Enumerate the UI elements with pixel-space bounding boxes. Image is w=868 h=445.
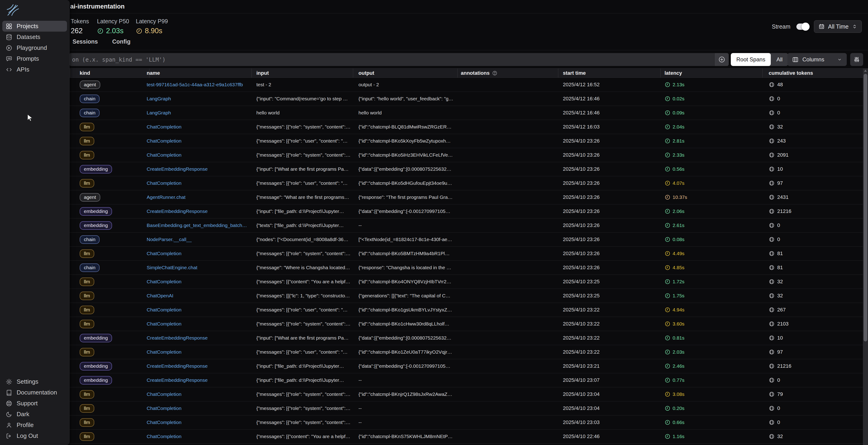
span-name-link[interactable]: BaseEmbedding.get_text_embedding_batch… (147, 222, 247, 228)
span-name-link[interactable]: CreateEmbeddingResponse (147, 363, 208, 369)
tab-config[interactable]: Config (112, 38, 130, 45)
table-row[interactable]: embeddingCreateEmbeddingResponse{"input"… (69, 331, 863, 345)
scrollbar-thumb[interactable] (864, 74, 867, 341)
sidebar-item-profile[interactable]: Profile (2, 420, 67, 431)
table-row[interactable]: chainLangGraph{"input": "Command(resume=… (69, 92, 863, 106)
row-settings-button[interactable] (850, 53, 863, 66)
span-name-link[interactable]: ChatCompletion (147, 321, 182, 327)
column-header-annotations[interactable]: annotations (461, 69, 498, 77)
table-row[interactable]: chainSimpleChatEngine.chat{"message": "W… (69, 261, 863, 275)
table-row[interactable]: llmChatCompletion{"messages": [{"role": … (69, 415, 863, 430)
table-row[interactable]: embeddingCreateEmbeddingResponse{"input"… (69, 359, 863, 373)
span-name-link[interactable]: SimpleChatEngine.chat (147, 265, 197, 270)
sidebar-item-playground[interactable]: Playground (2, 42, 67, 53)
column-header-output[interactable]: output (359, 69, 374, 77)
column-divider[interactable] (353, 69, 353, 77)
tab-sessions[interactable]: Sessions (72, 38, 98, 45)
annotations-cell (461, 430, 557, 443)
table-row[interactable]: llmChatOpenAI{"messages": [[{"lc": 1, "t… (69, 289, 863, 303)
span-name-link[interactable]: LangGraph (147, 110, 171, 115)
span-name-link[interactable]: CreateEmbeddingResponse (147, 209, 208, 214)
sidebar-item-documentation[interactable]: Documentation (2, 387, 67, 398)
table-row[interactable]: llmChatCompletion{"messages": [{"content… (69, 275, 863, 289)
span-name-link[interactable]: ChatCompletion (147, 138, 182, 144)
sidebar-item-label: Settings (17, 378, 38, 385)
span-name-link[interactable]: AgentRunner.chat (147, 195, 185, 200)
sidebar-item-datasets[interactable]: Datasets (2, 32, 67, 42)
table-row[interactable]: embeddingCreateEmbeddingResponse{"input"… (69, 204, 863, 218)
sidebar-item-dark[interactable]: Dark (2, 409, 67, 420)
add-filter-button[interactable] (714, 53, 729, 66)
span-name-link[interactable]: CreateEmbeddingResponse (147, 377, 208, 383)
input-cell: {"messages": [{"role": "system", "conten… (256, 317, 357, 331)
vertical-scrollbar[interactable] (863, 68, 868, 445)
sidebar-item-support[interactable]: Support (2, 398, 67, 409)
database-icon (5, 34, 12, 41)
column-header-start-time[interactable]: start time (563, 69, 586, 77)
column-header-input[interactable]: input (256, 69, 269, 77)
column-divider[interactable] (251, 69, 252, 77)
columns-button[interactable]: Columns (787, 53, 847, 66)
column-header-latency[interactable]: latency (664, 69, 682, 77)
clock-icon (664, 222, 671, 228)
table-row[interactable]: llmChatCompletion{"messages": [{"role": … (69, 134, 863, 148)
table-row[interactable]: llmChatCompletion{"messages": [{"role": … (69, 120, 863, 134)
column-header-cumulative-tokens[interactable]: cumulative tokens (769, 69, 813, 77)
sidebar-item-settings[interactable]: Settings (2, 376, 67, 387)
table-row[interactable]: embeddingCreateEmbeddingResponse{"input"… (69, 373, 863, 387)
table-row[interactable]: llmChatCompletion{"messages": [{"role": … (69, 176, 863, 190)
span-name-link[interactable]: ChatCompletion (147, 279, 182, 284)
column-divider[interactable] (558, 69, 558, 77)
token-icon (769, 82, 775, 88)
sidebar-item-projects[interactable]: Projects (2, 21, 67, 32)
span-name-link[interactable]: LangGraph (147, 96, 171, 102)
table-row[interactable]: llmChatCompletion{"messages": [{"role": … (69, 148, 863, 162)
span-name-link[interactable]: CreateEmbeddingResponse (147, 166, 208, 172)
table-row[interactable]: llmChatCompletion{"messages": [{"role": … (69, 345, 863, 359)
span-name-link[interactable]: ChatCompletion (147, 406, 182, 411)
phoenix-logo-icon[interactable] (5, 3, 20, 18)
span-name-link[interactable]: ChatCompletion (147, 251, 182, 256)
stream-toggle[interactable] (797, 24, 808, 30)
span-name-link[interactable]: ChatCompletion (147, 307, 182, 313)
root-spans-toggle[interactable]: Root Spans (731, 53, 771, 66)
input-cell: {"messages": [{"role": "system", "conten… (256, 148, 357, 162)
table-row[interactable]: agenttest-997161ad-5a1c-44aa-a312-e9a1c6… (69, 78, 863, 92)
table-row[interactable]: llmChatCompletion{"messages": [{"role": … (69, 387, 863, 401)
table-row[interactable]: agentAgentRunner.chat{"message": "What a… (69, 190, 863, 204)
table-row[interactable]: llmChatCompletion{"messages": [{"role": … (69, 247, 863, 261)
column-divider[interactable] (457, 69, 458, 77)
span-name-link[interactable]: ChatCompletion (147, 180, 182, 186)
sidebar-item-log-out[interactable]: Log Out (2, 431, 67, 441)
tokens-value: 81 (777, 250, 783, 256)
table-row[interactable]: embeddingBaseEmbedding.get_text_embeddin… (69, 218, 863, 233)
span-name-link[interactable]: NodeParser.__call__ (147, 237, 192, 242)
table-row[interactable]: embeddingCreateEmbeddingResponse{"input"… (69, 162, 863, 176)
table-row[interactable]: chainNodeParser.__call__{"nodes": ["<Doc… (69, 233, 863, 247)
span-name-link[interactable]: ChatCompletion (147, 152, 182, 158)
filter-condition-input[interactable] (71, 53, 710, 66)
span-name-link[interactable]: ChatCompletion (147, 124, 182, 130)
span-name-link[interactable]: ChatCompletion (147, 391, 182, 397)
table-row[interactable]: llmChatCompletion{"messages": [{"role": … (69, 303, 863, 317)
span-name-link[interactable]: ChatCompletion (147, 434, 182, 439)
span-name-link[interactable]: CreateEmbeddingResponse (147, 335, 208, 341)
table-row[interactable]: llmChatCompletion{"messages": [{"content… (69, 430, 863, 444)
column-header-kind[interactable]: kind (80, 69, 90, 77)
latency-cell: 2.06s (664, 204, 762, 218)
all-spans-toggle[interactable]: All (771, 53, 788, 66)
time-range-select[interactable]: All Time (814, 20, 862, 33)
column-header-name[interactable]: name (147, 69, 160, 77)
sidebar-item-apis[interactable]: APIs (2, 64, 67, 75)
table-row[interactable]: chainLangGraphhello worldhello world2025… (69, 106, 863, 120)
span-name-link[interactable]: ChatCompletion (147, 349, 182, 355)
span-name-link[interactable]: ChatCompletion (147, 420, 182, 425)
tokens-cell: 48 (769, 78, 857, 92)
latency-value: 2.13s (673, 82, 684, 88)
span-name-link[interactable]: ChatOpenAI (147, 293, 174, 299)
table-row[interactable]: llmChatCompletion{"messages": [{"role": … (69, 317, 863, 331)
sidebar-item-prompts[interactable]: Prompts (2, 53, 67, 64)
scrollbar-up-arrow[interactable] (864, 70, 867, 72)
span-name-link[interactable]: test-997161ad-5a1c-44aa-a312-e9a1c637ffb (147, 82, 243, 88)
table-row[interactable]: llmChatCompletion{"messages": [{"role": … (69, 401, 863, 415)
